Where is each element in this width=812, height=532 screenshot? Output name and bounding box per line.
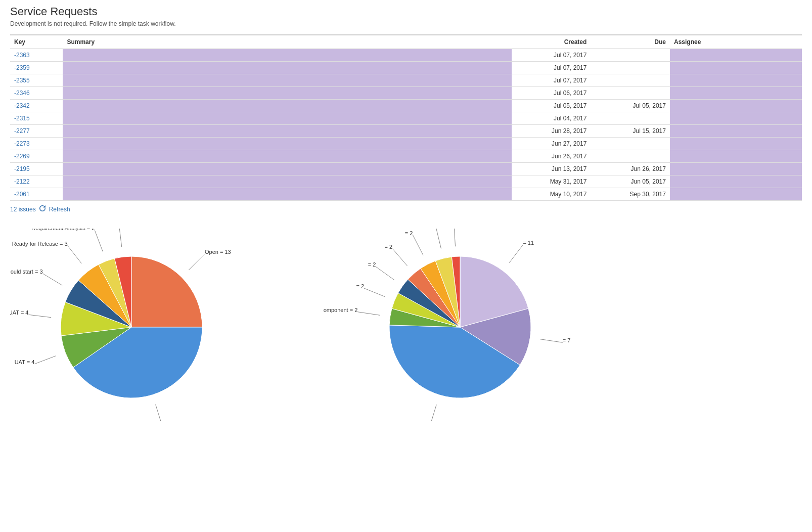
row-assignee xyxy=(670,100,802,112)
pie-label-text: = 2 xyxy=(368,261,376,268)
row-due xyxy=(591,112,670,125)
row-due xyxy=(591,49,670,62)
row-assignee xyxy=(670,150,802,163)
row-created: Jun 27, 2017 xyxy=(512,138,591,150)
pie-label-line xyxy=(436,229,441,248)
table-footer: 12 issues Refresh xyxy=(10,205,802,213)
table-row: -2342 Jul 05, 2017 Jul 05, 2017 xyxy=(10,100,802,112)
row-key[interactable]: -2315 xyxy=(10,112,63,125)
row-due: Jul 05, 2017 xyxy=(591,100,670,112)
row-summary xyxy=(63,112,511,125)
pie-label-line xyxy=(68,246,82,263)
component-pie-chart: = 11= 7= 22No component = 2= 2= 2= 2= 2=… xyxy=(324,229,637,421)
row-created: Jul 07, 2017 xyxy=(512,62,591,74)
col-due: Due xyxy=(591,35,670,49)
table-row: -2315 Jul 04, 2017 xyxy=(10,112,802,125)
refresh-label[interactable]: Refresh xyxy=(49,206,70,213)
row-summary xyxy=(63,163,511,175)
row-key[interactable]: -2359 xyxy=(10,62,63,74)
pie-label-text: Ready For UAT = 4 xyxy=(10,309,28,316)
row-due xyxy=(591,138,670,150)
row-summary xyxy=(63,138,511,150)
row-created: Jul 06, 2017 xyxy=(512,87,591,100)
table-row: -2363 Jul 07, 2017 xyxy=(10,49,802,62)
pie-label-line xyxy=(430,405,436,421)
row-key[interactable]: -2346 xyxy=(10,87,63,100)
status-pie-chart: Open = 13Closed = 21UAT = 4Ready For UAT… xyxy=(10,229,303,421)
table-row: -2359 Jul 07, 2017 xyxy=(10,62,802,74)
row-created: Jul 07, 2017 xyxy=(512,74,591,87)
row-key[interactable]: -2269 xyxy=(10,150,63,163)
row-key[interactable]: -2061 xyxy=(10,188,63,201)
table-row: -2346 Jul 06, 2017 xyxy=(10,87,802,100)
row-assignee xyxy=(670,49,802,62)
pie-label-line xyxy=(509,245,523,263)
row-summary xyxy=(63,175,511,188)
pie-label-line xyxy=(28,315,51,317)
pie-label-line xyxy=(156,405,162,421)
row-key[interactable]: -2363 xyxy=(10,49,63,62)
row-assignee xyxy=(670,188,802,201)
table-row: -2061 May 10, 2017 Sep 30, 2017 xyxy=(10,188,802,201)
pie-label-line xyxy=(454,229,456,246)
pie-label-line xyxy=(43,274,63,285)
table-row: -2355 Jul 07, 2017 xyxy=(10,74,802,87)
row-key[interactable]: -2195 xyxy=(10,163,63,175)
pie-label-line xyxy=(392,249,407,266)
pie-label-line xyxy=(376,267,394,280)
col-summary: Summary xyxy=(63,35,511,49)
pie-label-text: = 2 xyxy=(405,230,413,236)
table-row: -2122 May 31, 2017 Jun 05, 2017 xyxy=(10,175,802,188)
row-created: Jul 05, 2017 xyxy=(512,100,591,112)
pie-label-line xyxy=(119,229,121,247)
row-summary xyxy=(63,74,511,87)
pie-label-line xyxy=(34,356,56,364)
table-row: -2273 Jun 27, 2017 xyxy=(10,138,802,150)
pie-label-line xyxy=(357,312,380,316)
issues-count: 12 issues xyxy=(10,206,36,213)
col-created: Created xyxy=(512,35,591,49)
row-due xyxy=(591,150,670,163)
pie-label-text: Requirement Analysis = 2 xyxy=(31,229,95,231)
row-key[interactable]: -2342 xyxy=(10,100,63,112)
row-created: Jul 04, 2017 xyxy=(512,112,591,125)
row-key[interactable]: -2122 xyxy=(10,175,63,188)
pie-label-text: Open = 13 xyxy=(205,249,231,255)
row-assignee xyxy=(670,138,802,150)
pie-label-text: No component = 2 xyxy=(324,307,357,313)
pie-label-text: = 2 xyxy=(385,244,393,250)
row-summary xyxy=(63,150,511,163)
pie-label-text: = 2 xyxy=(356,283,364,289)
row-summary xyxy=(63,87,511,100)
pie-label-line xyxy=(413,235,423,255)
page-subtitle: Development is not required. Follow the … xyxy=(10,20,802,27)
row-created: May 31, 2017 xyxy=(512,175,591,188)
row-due: Sep 30, 2017 xyxy=(591,188,670,201)
row-assignee xyxy=(670,125,802,138)
row-summary xyxy=(63,49,511,62)
col-key: Key xyxy=(10,35,63,49)
row-key[interactable]: -2355 xyxy=(10,74,63,87)
component-chart: = 11= 7= 22No component = 2= 2= 2= 2= 2=… xyxy=(324,229,637,422)
refresh-icon xyxy=(39,205,46,213)
row-assignee xyxy=(670,87,802,100)
pie-label-text: Should start = 3 xyxy=(10,269,43,275)
row-summary xyxy=(63,100,511,112)
table-row: -2195 Jun 13, 2017 Jun 26, 2017 xyxy=(10,163,802,175)
pie-label-line xyxy=(95,230,103,251)
row-due xyxy=(591,74,670,87)
issues-table: Key Summary Created Due Assignee -2363 J… xyxy=(10,34,802,201)
row-due: Jun 26, 2017 xyxy=(591,163,670,175)
row-due xyxy=(591,62,670,74)
row-created: Jul 07, 2017 xyxy=(512,49,591,62)
row-assignee xyxy=(670,112,802,125)
pie-label-text: = 7 xyxy=(563,337,571,343)
row-summary xyxy=(63,62,511,74)
row-due: Jul 15, 2017 xyxy=(591,125,670,138)
row-assignee xyxy=(670,175,802,188)
charts-area: Open = 13Closed = 21UAT = 4Ready For UAT… xyxy=(10,229,802,422)
page-title: Service Requests xyxy=(10,5,802,18)
status-chart: Open = 13Closed = 21UAT = 4Ready For UAT… xyxy=(10,229,303,422)
row-key[interactable]: -2273 xyxy=(10,138,63,150)
row-key[interactable]: -2277 xyxy=(10,125,63,138)
